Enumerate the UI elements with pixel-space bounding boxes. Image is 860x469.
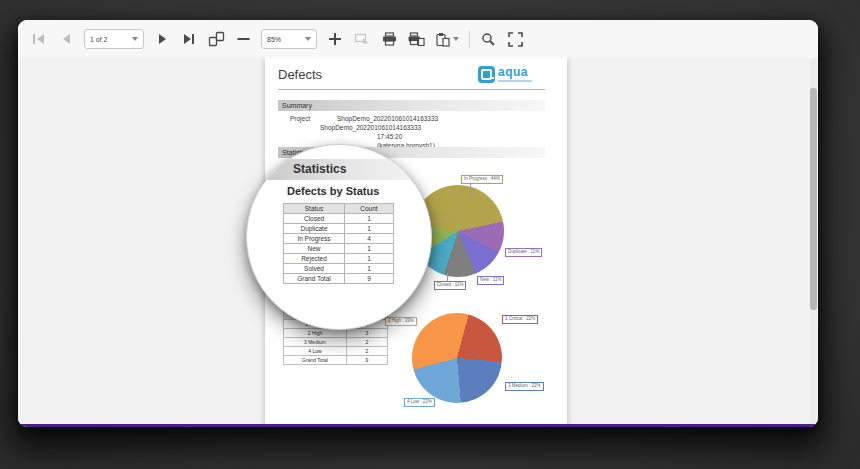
print-button[interactable] [380,28,398,50]
table-row: Grand Total9 [284,274,394,284]
pie-slice-label: New : 11% [477,276,504,285]
fullscreen-icon [508,32,523,47]
previous-page-icon [60,33,72,45]
previous-page-button[interactable] [57,28,75,50]
zoom-in-button[interactable] [326,28,344,50]
cell: Solved [284,264,345,274]
chevron-down-icon [453,37,459,41]
zoom-out-button[interactable] [234,28,252,50]
status-heading-magnified: Defects by Status [287,185,379,197]
pie-slice-label: Duplicate : 11% [505,248,542,257]
page-layout-icon [208,31,225,47]
last-page-button[interactable] [180,28,198,50]
viewer-toolbar: 1 of 2 85% [18,20,818,59]
table-row: 4 Low2 [284,347,388,356]
table-row: 3 Medium2 [284,338,388,347]
cell: 4 [345,234,394,244]
selection-tool-button[interactable] [353,28,371,50]
vertical-scrollbar [810,58,817,424]
aqua-logo-icon [478,66,495,83]
table-row: Duplicate1 [284,224,394,234]
first-page-button[interactable] [30,28,48,50]
summary-section-header: Summary [278,100,545,111]
pie-slice-label: In Progress : 44% [461,175,503,184]
significance-pie-chart [412,313,502,403]
zoom-select[interactable]: 85% [261,29,317,49]
cell: 9 [347,356,388,365]
report-viewer-window: 1 of 2 85% [18,20,818,427]
chevron-down-icon [305,37,311,41]
pie-slice-label: 4 Low : 22% [404,398,435,407]
search-icon [481,32,496,47]
cell: Duplicate [284,224,345,234]
cell: 1 [345,244,394,254]
page-layout-button[interactable] [207,28,225,50]
magnifier-lens: Statistics Defects by Status Status Coun… [246,144,432,330]
export-icon [435,32,451,47]
title-divider [278,89,545,90]
cell: Grand Total [284,274,345,284]
aqua-logo-text: aqua [498,66,532,78]
fullscreen-button[interactable] [506,28,524,50]
pie-slice-label: 3 Medium : 22% [505,382,544,391]
table-row: Grand Total9 [284,356,388,365]
scrollbar-thumb[interactable] [810,88,817,310]
pie-slice-label: 1 Critical : 22% [502,315,538,324]
cell: 1 [345,264,394,274]
last-page-icon [182,33,196,45]
cell: In Progress [284,234,345,244]
pie-slice-label: Closed : 11% [434,281,466,290]
summary-row-value: 17:45:20 [377,133,402,140]
search-button[interactable] [479,28,497,50]
cell: 1 [345,214,394,224]
aqua-logo-tagline [498,80,532,82]
table-row: Rejected1 [284,254,394,264]
window-bottom-accent [18,424,818,427]
printer-page-icon [408,32,425,46]
cell: Closed [284,214,345,224]
printer-icon [382,32,397,46]
column-header: Count [345,204,394,214]
plus-icon [328,32,342,46]
table-row: New1 [284,244,394,254]
chevron-down-icon [132,37,138,41]
summary-row-label: Project [290,115,310,122]
table-header-row: Status Count [284,204,394,214]
toolbar-separator [469,30,470,48]
cell: 4 Low [284,347,347,356]
table-row: Closed1 [284,214,394,224]
cell: Grand Total [284,356,347,365]
cell: 2 [347,338,388,347]
cell: 1 [345,224,394,234]
column-header: Status [284,204,345,214]
export-button[interactable] [434,28,460,50]
table-row: Solved1 [284,264,394,274]
label-leader-line [447,273,448,281]
summary-row-value: ShopDemo_202201061014163333 [320,124,421,131]
cell: 2 [347,347,388,356]
minus-icon [237,33,250,45]
report-title: Defects [278,67,322,82]
cell: Rejected [284,254,345,264]
print-document-button[interactable] [407,28,425,50]
aqua-logo: aqua [478,66,532,83]
page-select[interactable]: 1 of 2 [84,29,144,49]
first-page-icon [32,33,46,45]
cell: New [284,244,345,254]
next-page-button[interactable] [153,28,171,50]
pie-slice-label: 2 High : 33% [385,317,417,326]
next-page-icon [156,33,168,45]
page-indicator: 1 of 2 [90,36,108,43]
screenshot-stage: 1 of 2 85% [0,0,860,469]
cell: 3 Medium [284,338,347,347]
status-table: Status Count Closed1 Duplicate1 In Progr… [283,203,394,284]
selection-tool-icon [354,32,370,46]
cell: 9 [345,274,394,284]
zoom-level: 85% [267,36,281,43]
table-row: In Progress4 [284,234,394,244]
summary-row-value: ShopDemo_202201061014163333 [337,115,438,122]
label-leader-line [470,183,471,196]
cell: 3 [347,329,388,338]
cell: 1 [345,254,394,264]
